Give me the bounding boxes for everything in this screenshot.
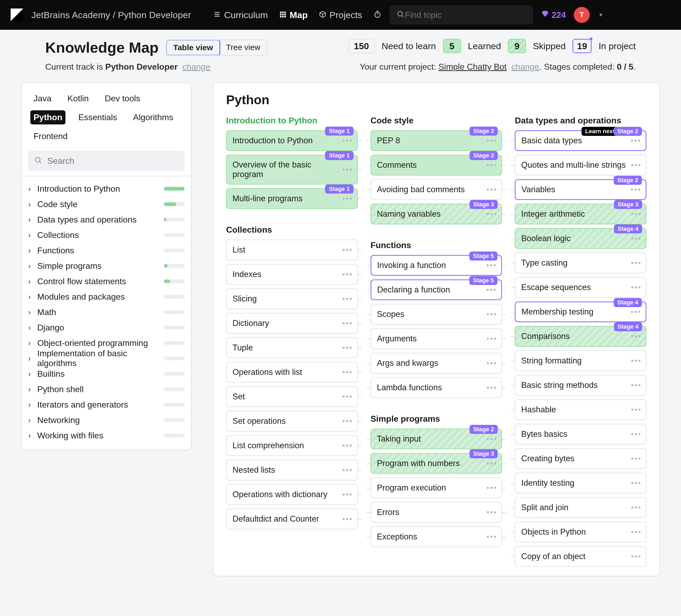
lang-tab-essentials[interactable]: Essentials <box>75 110 120 125</box>
lang-tab-python[interactable]: Python <box>30 110 66 125</box>
topic-card[interactable]: Errors••• <box>371 502 502 523</box>
logo-icon[interactable] <box>11 8 23 21</box>
tree-row[interactable]: ›Implementation of basic algorithms <box>28 351 185 366</box>
topic-card[interactable]: Escape sequences••• <box>515 277 647 298</box>
more-icon[interactable]: ••• <box>486 161 498 170</box>
more-icon[interactable]: ••• <box>486 359 498 368</box>
topic-card[interactable]: Stage 5Declaring a function••• <box>371 279 502 300</box>
more-icon[interactable]: ••• <box>631 381 642 390</box>
more-icon[interactable]: ••• <box>342 343 353 352</box>
more-icon[interactable]: ••• <box>631 405 642 414</box>
tree-row[interactable]: ›Functions <box>28 243 185 258</box>
tree-row[interactable]: ›Django <box>28 320 185 335</box>
more-icon[interactable]: ••• <box>631 528 642 536</box>
topic-card[interactable]: Objects in Python••• <box>515 521 647 542</box>
more-icon[interactable]: ••• <box>631 210 642 218</box>
more-icon[interactable]: ••• <box>486 310 498 319</box>
topic-card[interactable]: Stage 4Membership testing••• <box>515 301 647 322</box>
more-icon[interactable]: ••• <box>342 490 353 499</box>
topic-card[interactable]: Basic string methods••• <box>515 375 647 396</box>
project-link[interactable]: Simple Chatty Bot <box>438 62 506 72</box>
topic-card[interactable]: Scopes••• <box>371 304 502 325</box>
avatar[interactable]: T <box>574 7 590 23</box>
topic-card[interactable]: Tuple••• <box>226 338 358 358</box>
more-icon[interactable]: ••• <box>486 185 498 194</box>
more-icon[interactable]: ••• <box>631 307 641 316</box>
change-project-link[interactable]: change <box>511 62 539 72</box>
topic-card[interactable]: Type casting••• <box>515 252 647 273</box>
more-icon[interactable]: ••• <box>631 136 641 145</box>
topic-card[interactable]: Defaultdict and Counter••• <box>226 509 358 529</box>
topic-card[interactable]: Stage 1Introduction to Python••• <box>226 130 358 151</box>
more-icon[interactable]: ••• <box>342 417 353 426</box>
sidebar-search[interactable] <box>28 151 185 171</box>
tree-row[interactable]: ›Networking <box>28 412 185 428</box>
more-icon[interactable]: ••• <box>631 259 642 267</box>
more-icon[interactable]: ••• <box>486 334 498 343</box>
more-icon[interactable]: ••• <box>342 368 353 377</box>
tree-row[interactable]: ›Simple programs <box>28 258 185 273</box>
topic-card[interactable]: List••• <box>226 240 358 260</box>
topic-card[interactable]: Set operations••• <box>226 411 358 431</box>
topic-card[interactable]: Learn nextStage 2Basic data types••• <box>515 130 647 151</box>
topic-card[interactable]: Stage 2Comments••• <box>371 155 502 176</box>
topic-card[interactable]: Operations with list••• <box>226 362 358 382</box>
more-icon[interactable]: ••• <box>631 332 642 341</box>
more-icon[interactable]: ••• <box>631 454 642 463</box>
topic-card[interactable]: Stage 5Invoking a function••• <box>371 255 502 276</box>
tree-row[interactable]: ›Modules and packages <box>28 289 185 304</box>
topic-card[interactable]: Args and kwargs••• <box>371 353 502 374</box>
topic-card[interactable]: Stage 1Multi-line programs••• <box>226 188 358 209</box>
tree-row[interactable]: ›Introduction to Python <box>28 181 185 196</box>
view-tree[interactable]: Tree view <box>220 40 267 55</box>
tree-row[interactable]: ›Builtins <box>28 366 185 381</box>
topic-card[interactable]: Stage 2Taking input••• <box>371 429 502 449</box>
breadcrumb[interactable]: JetBrains Academy / Python Developer <box>31 10 191 20</box>
topic-card[interactable]: Dictionary••• <box>226 313 358 334</box>
topic-card[interactable]: Stage 4Comparisons••• <box>515 326 647 347</box>
more-icon[interactable]: ••• <box>342 270 353 279</box>
search-box[interactable] <box>389 5 533 24</box>
topic-card[interactable]: Indexes••• <box>226 264 358 285</box>
more-icon[interactable]: ••• <box>486 508 498 517</box>
chevron-down-icon[interactable]: ▾ <box>599 11 602 18</box>
topic-card[interactable]: Identity testing••• <box>515 473 647 493</box>
topic-card[interactable]: Lambda functions••• <box>371 377 502 398</box>
gems-counter[interactable]: 224 <box>541 10 566 20</box>
more-icon[interactable]: ••• <box>342 294 353 303</box>
more-icon[interactable]: ••• <box>631 430 642 439</box>
tree-row[interactable]: ›Iterators and generators <box>28 397 185 412</box>
tree-row[interactable]: ›Control flow statements <box>28 273 185 289</box>
topic-card[interactable]: Set••• <box>226 386 358 407</box>
more-icon[interactable]: ••• <box>486 285 497 294</box>
more-icon[interactable]: ••• <box>342 465 353 475</box>
topic-card[interactable]: Stage 2PEP 8••• <box>371 130 502 151</box>
tree-row[interactable]: ›Collections <box>28 227 185 243</box>
topic-card[interactable]: Exceptions••• <box>371 527 502 547</box>
more-icon[interactable]: ••• <box>342 319 353 328</box>
more-icon[interactable]: ••• <box>631 161 642 170</box>
nav-timer[interactable] <box>374 10 381 20</box>
more-icon[interactable]: ••• <box>486 434 498 444</box>
tree-row[interactable]: ›Code style <box>28 196 185 212</box>
more-icon[interactable]: ••• <box>631 503 642 512</box>
topic-card[interactable]: Stage 3Program with numbers••• <box>371 453 502 474</box>
topic-card[interactable]: Arguments••• <box>371 328 502 349</box>
topic-card[interactable]: String formatting••• <box>515 350 647 371</box>
change-track-link[interactable]: change <box>182 62 210 72</box>
lang-tab-java[interactable]: Java <box>30 91 55 106</box>
nav-map[interactable]: Map <box>279 10 308 20</box>
more-icon[interactable]: ••• <box>342 441 353 450</box>
more-icon[interactable]: ••• <box>342 194 353 203</box>
nav-curriculum[interactable]: Curriculum <box>213 10 268 20</box>
more-icon[interactable]: ••• <box>631 234 642 243</box>
more-icon[interactable]: ••• <box>486 210 498 218</box>
more-icon[interactable]: ••• <box>486 136 498 145</box>
more-icon[interactable]: ••• <box>342 136 353 145</box>
topic-card[interactable]: Operations with dictionary••• <box>226 484 358 505</box>
more-icon[interactable]: ••• <box>631 283 642 292</box>
more-icon[interactable]: ••• <box>342 392 353 401</box>
topic-card[interactable]: Creating bytes••• <box>515 448 647 469</box>
tree-row[interactable]: ›Python shell <box>28 381 185 397</box>
tree-row[interactable]: ›Math <box>28 304 185 320</box>
